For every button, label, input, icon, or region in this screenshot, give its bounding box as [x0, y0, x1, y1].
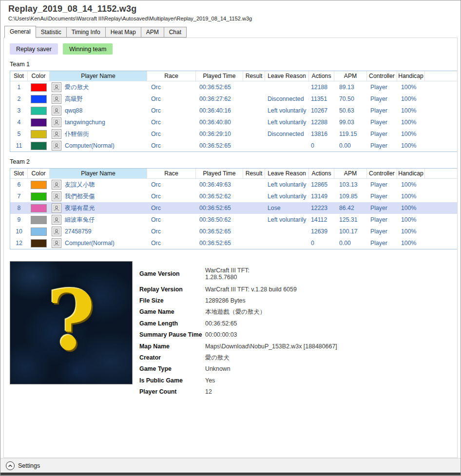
player-portrait-icon[interactable]: [52, 203, 61, 213]
column-header-controller[interactable]: Controller: [367, 71, 397, 81]
cell-filler: [425, 116, 458, 128]
player-portrait-icon[interactable]: [52, 238, 61, 248]
column-header-color[interactable]: Color: [28, 169, 50, 178]
cell-player: 友誼乂小聰: [50, 179, 147, 190]
column-header-slot[interactable]: Slot: [10, 169, 28, 178]
cell-leave-reason: Left voluntarily: [265, 190, 309, 202]
tab-general[interactable]: General: [4, 26, 36, 38]
player-color-swatch: [31, 216, 47, 224]
info-label: Game Version: [139, 270, 205, 277]
table-row[interactable]: 7我們都受傷Orc00:36:52:62Left voluntarily1314…: [10, 190, 458, 202]
cell-played-time: 00:36:50:62: [196, 214, 243, 226]
player-color-swatch: [31, 192, 47, 201]
column-header-leave-reason[interactable]: Leave Reason: [265, 169, 309, 178]
cell-apm: 99.03: [334, 116, 367, 128]
info-value: 12: [205, 388, 212, 395]
player-portrait-icon[interactable]: [52, 129, 61, 139]
table-row[interactable]: 6友誼乂小聰Orc00:36:49:63Left voluntarily1286…: [10, 179, 458, 190]
player-portrait-icon[interactable]: [52, 141, 61, 151]
replay-viewer-window: Replay_2019_08_14_1152.w3g C:\Users\KenA…: [0, 0, 461, 476]
column-header-result[interactable]: Result: [243, 169, 265, 178]
cell-race: Orc: [147, 226, 196, 237]
info-row: Map NameMaps\Download\NobuP_153B2.w3x [1…: [139, 341, 442, 352]
table-row[interactable]: 1027458759Orc00:36:52:6512639100.17Playe…: [10, 226, 458, 237]
column-header-player[interactable]: Player Name: [50, 71, 147, 81]
cell-controller: Player: [367, 116, 397, 128]
table-row[interactable]: 3qwq88Orc00:36:40:16Left voluntarily1026…: [10, 105, 458, 116]
player-portrait-icon[interactable]: [52, 106, 61, 115]
player-portrait-icon[interactable]: [52, 215, 61, 225]
settings-bar[interactable]: Settings: [0, 458, 461, 473]
table-row[interactable]: 11Computer(Normal)Orc00:36:52:6500.00Pla…: [10, 140, 458, 152]
column-header-controller[interactable]: Controller: [367, 169, 397, 178]
column-header-leave-reason[interactable]: Leave Reason: [265, 71, 309, 81]
table-row[interactable]: 5仆貍個街Orc00:36:29:10Disconnected13816119.…: [10, 128, 458, 140]
table-row[interactable]: 2高級野Orc00:36:27:62Disconnected1135170.50…: [10, 93, 458, 105]
cell-apm: 125.31: [334, 214, 367, 226]
table-row[interactable]: 1愛の敖犬Orc00:36:52:651218889.13Player100%: [10, 81, 458, 93]
cell-handicap: 100%: [397, 226, 425, 237]
cell-played-time: 00:36:52:65: [196, 237, 243, 249]
cell-slot: 5: [10, 128, 28, 140]
winning-team-button[interactable]: Winning team: [63, 43, 113, 55]
team-2-label: Team 2: [10, 158, 457, 165]
column-header-color[interactable]: Color: [28, 71, 50, 81]
player-portrait-icon[interactable]: [52, 117, 61, 127]
column-header-slot[interactable]: Slot: [10, 71, 28, 81]
info-row: Game Length00:36:52:65: [139, 318, 442, 329]
player-color-swatch: [31, 142, 47, 150]
cell-filler: [425, 214, 458, 226]
cell-slot: 3: [10, 105, 28, 116]
cell-color: [28, 116, 50, 128]
cell-race: Orc: [147, 202, 196, 214]
column-header-race[interactable]: Race: [147, 71, 196, 81]
cell-apm: 86.42: [334, 202, 367, 214]
tab-chat[interactable]: Chat: [164, 27, 187, 38]
replay-saver-button[interactable]: Replay saver: [10, 43, 58, 55]
player-portrait-icon[interactable]: [52, 180, 61, 190]
table-row[interactable]: 4tangwingchungOrc00:36:40:80Left volunta…: [10, 116, 458, 128]
cell-race: Orc: [147, 93, 196, 105]
cell-slot: 1: [10, 81, 28, 93]
tab-apm[interactable]: APM: [141, 27, 164, 38]
table-row[interactable]: 12Computer(Normal)Orc00:36:52:6500.00Pla…: [10, 237, 458, 249]
column-header-played-time[interactable]: Played Time: [196, 71, 243, 81]
column-header-actions[interactable]: Actions: [309, 71, 334, 81]
column-header-player[interactable]: Player Name: [50, 169, 147, 178]
column-header-result[interactable]: Result: [243, 71, 265, 81]
toolbar: Replay saver Winning team: [10, 43, 457, 55]
column-header-played-time[interactable]: Played Time: [196, 169, 243, 178]
player-portrait-icon[interactable]: [52, 94, 61, 104]
cell-handicap: 100%: [397, 116, 425, 128]
cell-played-time: 00:36:52:65: [196, 202, 243, 214]
player-name-text: Computer(Normal): [65, 240, 115, 247]
cell-played-time: 00:36:29:10: [196, 128, 243, 140]
column-header-actions[interactable]: Actions: [309, 169, 334, 178]
cell-apm: 50.63: [334, 105, 367, 116]
cell-color: [28, 128, 50, 140]
table-row[interactable]: 9細波車兔仔Orc00:36:50:62Left voluntarily1411…: [10, 214, 458, 226]
player-portrait-icon[interactable]: [52, 191, 61, 201]
column-header-handicap[interactable]: Handicap: [397, 169, 425, 178]
player-color-swatch: [31, 239, 47, 248]
table-row[interactable]: 8夜場有星光Orc00:36:52:65Lose1222386.42Player…: [10, 202, 458, 214]
column-header-apm[interactable]: APM: [334, 71, 367, 81]
player-portrait-icon[interactable]: [52, 82, 61, 92]
cell-controller: Player: [367, 237, 397, 249]
column-header-race[interactable]: Race: [147, 169, 196, 178]
cell-actions: 0: [309, 140, 334, 152]
cell-actions: 0: [309, 237, 334, 249]
cell-result: [243, 116, 265, 128]
column-header-handicap[interactable]: Handicap: [397, 71, 425, 81]
info-label: Summary Pause Time: [139, 331, 205, 338]
tab-statistic[interactable]: Statistic: [36, 27, 67, 38]
column-header-apm[interactable]: APM: [334, 169, 367, 178]
chevron-up-icon[interactable]: [6, 461, 15, 470]
cell-color: [28, 81, 50, 93]
cell-color: [28, 105, 50, 116]
table-header-row: SlotColorPlayer NameRacePlayed TimeResul…: [10, 71, 458, 81]
tab-heat-map[interactable]: Heat Map: [106, 27, 141, 38]
cell-handicap: 100%: [397, 237, 425, 249]
player-portrait-icon[interactable]: [52, 227, 61, 236]
tab-timing-info[interactable]: Timing Info: [67, 27, 106, 38]
